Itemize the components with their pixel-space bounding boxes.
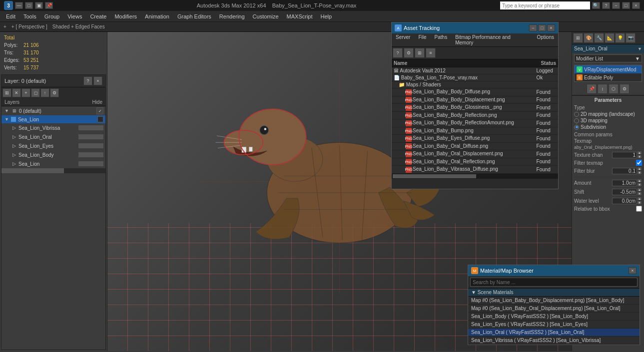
layer-item-oral[interactable]: ▷ Sea_Lion_Oral bbox=[1, 132, 105, 141]
mat-item-0[interactable]: Map #0 (Sea_Lion_Baby_Body_Displacement.… bbox=[468, 297, 640, 305]
menu-help[interactable]: Help bbox=[317, 12, 336, 20]
blur-spin-down[interactable]: ▼ bbox=[637, 171, 642, 175]
search-btn[interactable]: 🔍 bbox=[592, 2, 600, 9]
matbrowser-close-btn[interactable]: × bbox=[629, 267, 637, 274]
at-row-png-10[interactable]: PNGSea_Lion_Baby_Vibrassa_Diffuse.png Fo… bbox=[392, 166, 558, 174]
filter-blur-value[interactable]: 0.1 bbox=[612, 168, 637, 174]
rt-btn-4[interactable]: 📐 bbox=[605, 33, 615, 43]
at-row-png-8[interactable]: PNGSea_Lion_Baby_Oral_Displacement.png F… bbox=[392, 150, 558, 158]
layer-color-box[interactable] bbox=[97, 116, 103, 122]
at-menu-bitmap[interactable]: Bitmap Performance and Memory bbox=[451, 33, 533, 46]
radio-2d[interactable]: 2D mapping (landscape) bbox=[574, 111, 642, 117]
water-spin-up[interactable]: ▲ bbox=[637, 197, 642, 201]
spin-up[interactable]: ▲ bbox=[637, 151, 642, 155]
at-row-png-9[interactable]: PNGSea_Lion_Baby_Oral_Reflection.png Fou… bbox=[392, 158, 558, 166]
rt-btn-3[interactable]: 🔧 bbox=[594, 33, 604, 43]
relative-bbox-checkbox[interactable] bbox=[636, 206, 642, 212]
amount-spin-up[interactable]: ▲ bbox=[637, 179, 642, 183]
mat-item-4[interactable]: Sea_Lion_Oral ( VRayFastSSS2 ) [Sea_Lion… bbox=[468, 329, 640, 337]
layers-tool-settings[interactable]: ⚙ bbox=[50, 88, 59, 97]
at-menu-file[interactable]: File bbox=[414, 33, 430, 46]
layers-tool-delete[interactable]: ✕ bbox=[12, 88, 21, 97]
filter-texmap-checkbox[interactable] bbox=[636, 160, 642, 166]
layers-tool-view[interactable]: ⊞ bbox=[2, 88, 11, 97]
at-tool-2[interactable]: ⚙ bbox=[404, 48, 414, 58]
rt-btn-1[interactable]: ⊞ bbox=[573, 33, 583, 43]
layer-item-sea-lion-parent[interactable]: ▼ Sea_Lion bbox=[1, 115, 105, 123]
tool-move[interactable]: ↕ bbox=[598, 84, 608, 94]
tool-select[interactable]: ⬡ bbox=[609, 84, 619, 94]
water-level-value[interactable]: 0.0cm bbox=[612, 198, 637, 204]
menu-customize[interactable]: Customize bbox=[249, 12, 283, 20]
mat-item-1[interactable]: Map #0 (Sea_Lion_Baby_Oral_Displacement.… bbox=[468, 305, 640, 313]
modifier-item-ep[interactable]: E Editable Poly bbox=[575, 73, 642, 81]
rt-btn-2[interactable]: 🎨 bbox=[584, 33, 594, 43]
texture-chan-value[interactable]: 1 bbox=[612, 152, 637, 158]
at-row-png-3[interactable]: PNGSea_Lion_Baby_Body_Reflection.png Fou… bbox=[392, 111, 558, 119]
menu-rendering[interactable]: Rendering bbox=[215, 12, 249, 20]
layer-item-default[interactable]: ▼ ⊞ 0 (default) ✓ bbox=[1, 106, 105, 115]
panel-close-btn[interactable]: × bbox=[547, 24, 555, 31]
at-tool-list[interactable]: ≡ bbox=[426, 48, 436, 58]
layers-tool-select[interactable]: ◻ bbox=[31, 88, 40, 97]
at-row-png-6[interactable]: PNGSea_Lion_Baby_Eyes_Diffuse.png Found bbox=[392, 135, 558, 143]
layers-help-btn[interactable]: ? bbox=[83, 76, 92, 85]
viewport-nav-btn[interactable]: + bbox=[2, 24, 8, 29]
menu-maxscript[interactable]: MAXScript bbox=[283, 12, 317, 20]
help-btn[interactable]: ? bbox=[602, 2, 610, 9]
menu-animation[interactable]: Animation bbox=[141, 12, 173, 20]
window-maximize[interactable]: □ bbox=[622, 2, 630, 9]
search-input[interactable] bbox=[500, 1, 590, 9]
layers-tool-add[interactable]: + bbox=[21, 88, 30, 97]
at-row-png-5[interactable]: PNGSea_Lion_Baby_Bump.png Found bbox=[392, 127, 558, 135]
at-row-maps[interactable]: 📁 Maps / Shaders bbox=[392, 81, 558, 88]
at-row-png-2[interactable]: PNGSea_Lion_Baby_Body_Glossiness_.png Fo… bbox=[392, 104, 558, 112]
mat-item-2[interactable]: Sea_Lion_Body ( VRayFastSSS2 ) [Sea_Lion… bbox=[468, 313, 640, 321]
modifier-list-dropdown[interactable]: Modifier List ▼ bbox=[574, 54, 642, 62]
rt-btn-6[interactable]: 📷 bbox=[626, 33, 636, 43]
menu-modifiers[interactable]: Modifiers bbox=[110, 12, 141, 20]
shift-value[interactable]: -0.5cm bbox=[612, 189, 637, 195]
layers-close-btn[interactable]: × bbox=[93, 76, 102, 85]
at-tool-1[interactable]: ? bbox=[393, 48, 403, 58]
mat-item-5[interactable]: Sea_Lion_Vibrissa ( VRayFastSSS2 ) [Sea_… bbox=[468, 337, 640, 345]
panel-maximize-btn[interactable]: □ bbox=[538, 24, 546, 31]
at-row-png-0[interactable]: PNGSea_Lion_Baby_Body_Diffuse.png Found bbox=[392, 88, 558, 96]
layer-item-body[interactable]: ▷ Sea_Lion_Body bbox=[1, 150, 105, 159]
maximize-btn[interactable]: □ bbox=[25, 2, 33, 9]
at-menu-options[interactable]: Options bbox=[533, 33, 558, 46]
tool-pin[interactable]: 📌 bbox=[587, 84, 597, 94]
at-menu-paths[interactable]: Paths bbox=[431, 33, 452, 46]
amount-spin-down[interactable]: ▼ bbox=[637, 183, 642, 187]
layer-item-eyes[interactable]: ▷ Sea_Lion_Eyes bbox=[1, 141, 105, 150]
minimize-btn[interactable]: — bbox=[15, 2, 23, 9]
menu-views[interactable]: Views bbox=[63, 12, 86, 20]
modifier-item-vray[interactable]: V VRayDisplacementMod bbox=[575, 65, 642, 73]
layer-item-vibrissa[interactable]: ▷ Sea_Lion_Vibrissa bbox=[1, 123, 105, 132]
at-row-vault[interactable]: 🏛 Autodesk Vault 2012 Logged bbox=[392, 67, 558, 74]
at-col-status[interactable]: Status bbox=[535, 59, 558, 67]
menu-edit[interactable]: Edit bbox=[2, 12, 19, 20]
at-col-name[interactable]: Name bbox=[392, 59, 535, 67]
window-minimize[interactable]: − bbox=[612, 2, 620, 9]
water-spin-down[interactable]: ▼ bbox=[637, 201, 642, 205]
viewport-shading-btn[interactable]: Shaded + Edged Faces bbox=[51, 24, 106, 29]
radio-3d[interactable]: 3D mapping bbox=[574, 118, 642, 123]
spin-down[interactable]: ▼ bbox=[637, 155, 642, 159]
at-scrollbar-h[interactable] bbox=[392, 174, 558, 179]
pin-btn[interactable]: 📌 bbox=[45, 2, 53, 9]
menu-tools[interactable]: Tools bbox=[19, 12, 40, 20]
menu-group[interactable]: Group bbox=[40, 12, 64, 20]
window-close[interactable]: × bbox=[632, 2, 640, 9]
restore-btn[interactable]: ▣ bbox=[35, 2, 43, 9]
at-row-png-1[interactable]: PNGSea_Lion_Baby_Body_Displacement.png F… bbox=[392, 96, 558, 104]
at-row-png-4[interactable]: PNGSea_Lion_Baby_Body_ReflectionAmount.p… bbox=[392, 119, 558, 127]
shift-spin-down[interactable]: ▼ bbox=[637, 192, 642, 196]
layers-tool-move[interactable]: ↑ bbox=[40, 88, 49, 97]
layer-visible-check[interactable]: ✓ bbox=[96, 107, 103, 114]
rt-btn-5[interactable]: 💡 bbox=[615, 33, 625, 43]
mat-item-3[interactable]: Sea_Lion_Eyes ( VRayFastSSS2 ) [Sea_Lion… bbox=[468, 321, 640, 329]
menu-create[interactable]: Create bbox=[86, 12, 110, 20]
at-menu-server[interactable]: Server bbox=[392, 33, 414, 46]
radio-subdiv[interactable]: Subdivision bbox=[574, 124, 642, 130]
